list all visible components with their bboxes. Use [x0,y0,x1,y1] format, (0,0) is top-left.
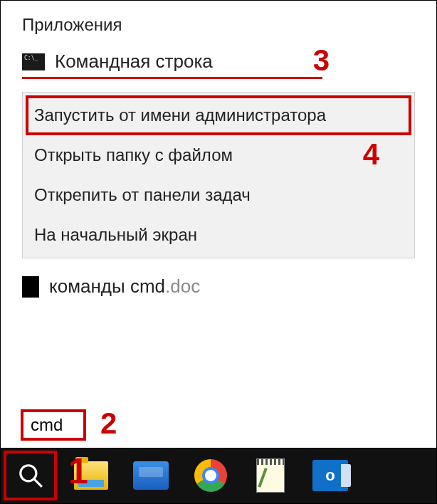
menu-item-unpin-taskbar[interactable]: Открепить от панели задач [26,175,411,215]
svg-line-1 [33,479,41,487]
notepad-icon [256,458,285,493]
search-icon [17,462,44,489]
file-explorer-icon [74,461,108,490]
cmd-prompt-icon [22,53,45,70]
context-menu: Запустить от имени администратора Открыт… [22,92,415,258]
section-header-apps: Приложения [22,15,415,35]
search-input-row [21,409,86,441]
document-icon [22,276,39,298]
doc-result[interactable]: команды cmd.doc [22,275,415,298]
search-results-panel: Приложения Командная строка Запустить от… [1,1,436,305]
edge-icon [133,461,169,490]
taskbar-file-explorer[interactable] [65,451,117,500]
chrome-icon [194,459,227,492]
taskbar-edge[interactable] [125,451,177,500]
app-result-label: Командная строка [55,51,213,73]
doc-result-label: команды cmd.doc [49,275,200,298]
search-input[interactable] [21,409,86,441]
app-result-cmd[interactable]: Командная строка [22,49,322,79]
taskbar-chrome[interactable] [185,451,236,500]
taskbar-outlook[interactable]: o [305,451,356,500]
annotation-2: 2 [100,406,117,441]
doc-name: команды cmd [49,275,165,297]
taskbar: o [1,448,436,503]
outlook-icon: o [312,460,348,491]
taskbar-notepad[interactable] [245,451,296,500]
doc-ext: .doc [165,275,200,297]
svg-point-0 [20,466,36,481]
menu-item-open-file-location[interactable]: Открыть папку с файлом [26,135,411,175]
menu-item-pin-start[interactable]: На начальный экран [26,215,411,255]
taskbar-search-button[interactable] [4,451,57,500]
menu-item-run-as-admin[interactable]: Запустить от имени администратора [26,95,411,135]
